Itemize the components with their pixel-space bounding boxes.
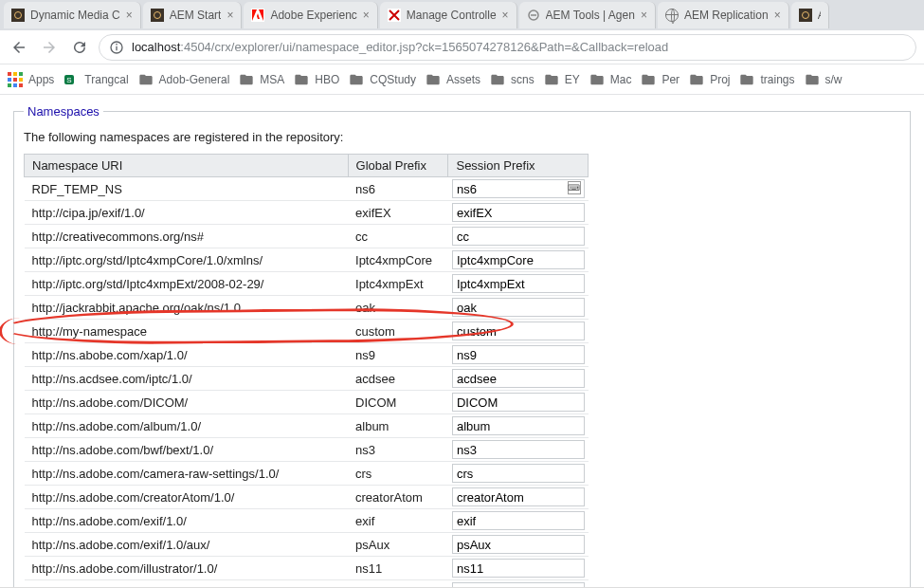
bookmark-ey[interactable]: EY: [544, 72, 580, 87]
cell-uri: http://ns.adobe.com/lightroom/1.0/: [25, 580, 349, 589]
cell-uri: http://creativecommons.org/ns#: [25, 225, 349, 248]
cell-uri: http://ns.abobe.com/xap/1.0/: [25, 343, 349, 367]
cell-session-prefix: [448, 296, 589, 320]
bookmark-label: CQStudy: [370, 73, 416, 86]
close-icon[interactable]: ×: [641, 9, 647, 22]
apps-button[interactable]: Apps: [8, 72, 54, 87]
site-info-icon[interactable]: [109, 40, 124, 55]
back-button[interactable]: [8, 36, 30, 59]
close-icon[interactable]: ×: [126, 9, 133, 22]
cell-session-prefix: [448, 414, 589, 438]
session-prefix-input[interactable]: [452, 203, 585, 222]
keyboard-icon[interactable]: ⌨: [568, 181, 581, 194]
folder-icon: [739, 72, 754, 87]
tab-aem-tools[interactable]: AEM Tools | Agen ×: [519, 2, 656, 28]
cell-uri: http://my-namespace: [25, 320, 349, 343]
session-prefix-input[interactable]: [452, 487, 585, 506]
bookmark-scns[interactable]: scns: [490, 72, 534, 87]
cell-uri: http://ns.adobe.com/DICOM/: [25, 391, 349, 414]
session-prefix-input[interactable]: [452, 179, 585, 198]
svg-text:S: S: [67, 76, 72, 84]
close-icon[interactable]: ×: [774, 9, 781, 22]
bookmark-label: EY: [565, 73, 580, 86]
cell-uri: http://iptc.org/std/Iptc4xmpExt/2008-02-…: [25, 272, 349, 296]
tab-aem-replication[interactable]: AEM Replication ×: [658, 2, 789, 28]
bookmark-mac[interactable]: Mac: [589, 72, 632, 87]
close-icon[interactable]: ×: [363, 9, 370, 22]
table-row: http://creativecommons.org/ns#cc: [25, 225, 589, 248]
folder-icon: [294, 72, 309, 87]
cell-session-prefix: [448, 367, 589, 391]
table-row: http://ns.adobe.com/DICOM/DICOM: [25, 391, 589, 414]
cell-global-prefix: ns3: [348, 438, 448, 462]
close-icon[interactable]: ×: [502, 9, 509, 22]
tab-manage-controlle[interactable]: Manage Controlle ×: [380, 2, 517, 28]
session-prefix-input[interactable]: [452, 416, 585, 435]
folder-icon: [239, 72, 254, 87]
bookmark-label: Mac: [610, 73, 632, 86]
session-prefix-input[interactable]: [452, 250, 585, 269]
tab-dynamic-media[interactable]: Dynamic Media C ×: [4, 2, 141, 28]
cell-session-prefix: [448, 201, 589, 225]
folder-icon: [490, 72, 505, 87]
cell-global-prefix: cc: [348, 225, 448, 248]
tab-aem-start[interactable]: AEM Start ×: [143, 2, 243, 28]
session-prefix-input[interactable]: [452, 582, 585, 588]
bookmark-label: s/w: [825, 73, 842, 86]
session-prefix-input[interactable]: [452, 511, 585, 530]
session-prefix-input[interactable]: [452, 345, 585, 364]
table-row: http://ns.adobe.com/exif/1.0/aux/psAux: [25, 533, 589, 557]
table-row: http://ns.adobe.com/lightroom/1.0/lr: [25, 580, 589, 589]
sharepoint-icon: S: [63, 72, 79, 87]
address-bar[interactable]: localhost:4504/crx/explorer/ui/namespace…: [99, 34, 916, 61]
bookmark-per[interactable]: Per: [641, 72, 679, 87]
session-prefix-input[interactable]: [452, 227, 585, 246]
bookmark-adob-general[interactable]: Adob-General: [138, 72, 230, 87]
bookmark-sw[interactable]: s/w: [805, 72, 842, 87]
namespaces-legend: Namespaces: [24, 104, 103, 119]
nav-toolbar: localhost:4504/crx/explorer/ui/namespace…: [0, 30, 924, 64]
bookmark-proj[interactable]: Proj: [689, 72, 730, 87]
cell-session-prefix: [448, 462, 589, 486]
bookmark-label: MSA: [260, 73, 284, 86]
bookmark-cqstudy[interactable]: CQStudy: [349, 72, 416, 87]
cell-session-prefix: [448, 486, 589, 509]
close-icon[interactable]: ×: [226, 9, 233, 22]
bookmark-label: Adob-General: [159, 73, 230, 86]
session-prefix-input[interactable]: [452, 298, 585, 317]
tab-overflow[interactable]: A: [791, 2, 829, 28]
reload-button[interactable]: [68, 36, 91, 59]
cell-session-prefix: [448, 557, 589, 580]
bookmark-traings[interactable]: traings: [739, 72, 794, 87]
bookmark-assets[interactable]: Assets: [426, 72, 480, 87]
table-row: http://my-namespacecustom: [25, 320, 589, 343]
folder-icon: [426, 72, 441, 87]
cell-global-prefix: oak: [348, 296, 448, 320]
cell-session-prefix: [448, 509, 589, 533]
col-uri: Namespace URI: [25, 155, 349, 177]
cell-uri: http://ns.adobe.com/creatorAtom/1.0/: [25, 486, 349, 509]
table-row: http://ns.abobe.com/xap/1.0/ns9: [25, 343, 589, 367]
bookmark-label: scns: [511, 73, 534, 86]
cell-global-prefix: crs: [348, 462, 448, 486]
session-prefix-input[interactable]: [452, 440, 585, 459]
bookmark-msa[interactable]: MSA: [239, 72, 284, 87]
cell-session-prefix: [448, 225, 589, 248]
svg-point-4: [116, 43, 118, 45]
session-prefix-input[interactable]: [452, 464, 585, 483]
session-prefix-input[interactable]: [452, 322, 585, 340]
session-prefix-input[interactable]: [452, 393, 585, 412]
forward-button[interactable]: [38, 36, 61, 59]
session-prefix-input[interactable]: [452, 559, 585, 578]
cell-global-prefix: DICOM: [348, 391, 448, 414]
tab-adobe-experience[interactable]: Adobe Experienc ×: [244, 2, 377, 28]
table-row: http://ns.adobe.com/bwf/bext/1.0/ns3: [25, 438, 589, 462]
bookmark-hbo[interactable]: HBO: [294, 72, 339, 87]
session-prefix-input[interactable]: [452, 274, 585, 293]
bookmark-label: Assets: [446, 73, 480, 86]
aem-icon: [11, 9, 25, 22]
session-prefix-input[interactable]: [452, 369, 585, 388]
session-prefix-input[interactable]: [452, 535, 585, 554]
bookmark-trangcal[interactable]: S Trangcal: [63, 72, 128, 87]
cell-uri: http://ns.adobe.com/camera-raw-settings/…: [25, 462, 349, 486]
